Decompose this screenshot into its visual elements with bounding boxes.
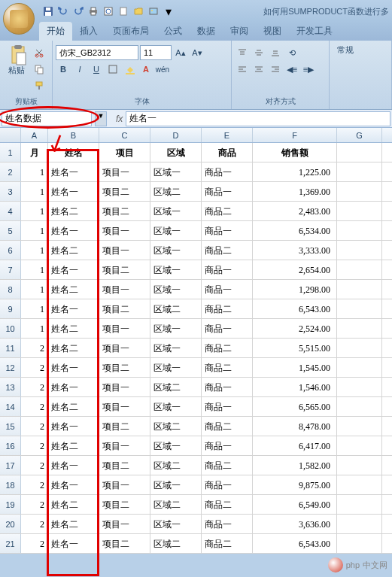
cell[interactable]: 商品一 xyxy=(202,436,253,455)
cell[interactable]: 姓名一 xyxy=(48,182,99,201)
cell[interactable]: 2 xyxy=(21,417,48,436)
cell[interactable]: 1 xyxy=(21,280,48,299)
cell[interactable]: 商品一 xyxy=(202,221,253,240)
row-header[interactable]: 11 xyxy=(0,339,21,357)
cell[interactable]: 项目一 xyxy=(99,397,150,416)
cell[interactable]: 1,225.00 xyxy=(253,162,337,181)
header-cell[interactable]: 月 xyxy=(21,143,48,162)
cell[interactable]: 6,549.00 xyxy=(253,495,337,514)
cell[interactable]: 姓名二 xyxy=(48,241,99,260)
cell[interactable]: 商品二 xyxy=(202,241,253,260)
bold-button[interactable]: B xyxy=(56,62,71,77)
cell[interactable]: 区域一 xyxy=(150,162,202,181)
font-color-icon[interactable]: A xyxy=(138,62,153,77)
cell[interactable]: 项目一 xyxy=(99,339,150,357)
tab-dev[interactable]: 开发工具 xyxy=(289,22,340,41)
preview-icon[interactable] xyxy=(102,5,114,17)
cell[interactable]: 项目二 xyxy=(99,456,150,475)
header-cell[interactable]: 项目 xyxy=(99,143,150,162)
cell[interactable]: 商品二 xyxy=(202,339,253,357)
phonetic-icon[interactable]: wén xyxy=(155,62,170,77)
number-format-label[interactable]: 常规 xyxy=(333,42,358,57)
cell[interactable]: 2,483.00 xyxy=(253,202,337,220)
paste-button[interactable]: 粘贴 xyxy=(3,42,30,77)
cell[interactable]: 1 xyxy=(21,182,48,201)
cell[interactable]: 区域一 xyxy=(150,260,202,279)
cell[interactable] xyxy=(337,241,382,260)
border-icon[interactable] xyxy=(105,62,120,77)
col-header-F[interactable]: F xyxy=(253,128,337,142)
cell[interactable]: 商品一 xyxy=(202,162,253,181)
cell[interactable]: 项目一 xyxy=(99,436,150,455)
cell[interactable]: 3,636.00 xyxy=(253,515,337,533)
header-cell[interactable]: 销售额 xyxy=(253,143,337,162)
col-header-G[interactable]: G xyxy=(337,128,382,142)
col-header-E[interactable]: E xyxy=(202,128,253,142)
cell[interactable]: 姓名二 xyxy=(48,495,99,514)
shrink-font-icon[interactable]: A▾ xyxy=(190,45,205,60)
cell[interactable]: 2,524.00 xyxy=(253,319,337,338)
row-header[interactable]: 2 xyxy=(0,162,21,181)
cell[interactable]: 姓名一 xyxy=(48,358,99,377)
cell[interactable]: 1,298.00 xyxy=(253,280,337,299)
print-icon[interactable] xyxy=(87,5,99,17)
cell[interactable] xyxy=(337,534,382,553)
cell[interactable]: 商品二 xyxy=(202,456,253,475)
row-header[interactable]: 15 xyxy=(0,417,21,436)
cell[interactable]: 项目二 xyxy=(99,358,150,377)
cell[interactable]: 区域一 xyxy=(150,319,202,338)
cell[interactable]: 姓名一 xyxy=(48,162,99,181)
italic-button[interactable]: I xyxy=(72,62,87,77)
cell[interactable]: 项目一 xyxy=(99,221,150,240)
cell[interactable] xyxy=(337,436,382,455)
row-header[interactable]: 13 xyxy=(0,378,21,396)
formula-bar[interactable] xyxy=(126,111,390,126)
cell[interactable]: 区域一 xyxy=(150,339,202,357)
increase-indent-icon[interactable]: ≡▶ xyxy=(301,62,316,77)
tab-formula[interactable]: 公式 xyxy=(156,22,190,41)
align-middle-icon[interactable] xyxy=(251,45,266,60)
row-header[interactable]: 17 xyxy=(0,456,21,475)
cell[interactable]: 3,333.00 xyxy=(253,241,337,260)
col-header-A[interactable]: A xyxy=(21,128,48,142)
cell[interactable]: 1 xyxy=(21,221,48,240)
cell[interactable]: 姓名二 xyxy=(48,436,99,455)
fill-color-icon[interactable] xyxy=(122,62,137,77)
col-header-D[interactable]: D xyxy=(150,128,202,142)
row-header[interactable]: 9 xyxy=(0,299,21,318)
row-header[interactable]: 21 xyxy=(0,534,21,553)
cell[interactable]: 商品二 xyxy=(202,299,253,318)
cell[interactable]: 区域一 xyxy=(150,280,202,299)
cell[interactable]: 2 xyxy=(21,495,48,514)
cell[interactable]: 姓名一 xyxy=(48,417,99,436)
cell[interactable]: 2 xyxy=(21,456,48,475)
new-icon[interactable] xyxy=(117,5,129,17)
cell[interactable]: 商品二 xyxy=(202,358,253,377)
cell[interactable]: 区域一 xyxy=(150,475,202,494)
cell[interactable]: 商品一 xyxy=(202,280,253,299)
font-size-input[interactable] xyxy=(140,45,172,60)
qat-more-icon[interactable]: ▾ xyxy=(163,5,175,17)
cell[interactable]: 1,369.00 xyxy=(253,182,337,201)
cell[interactable]: 项目二 xyxy=(99,260,150,279)
cell[interactable] xyxy=(337,143,382,162)
cell[interactable]: 项目二 xyxy=(99,202,150,220)
cell[interactable]: 区域一 xyxy=(150,515,202,533)
cell[interactable]: 姓名一 xyxy=(48,456,99,475)
cell[interactable]: 1 xyxy=(21,319,48,338)
cell[interactable]: 1 xyxy=(21,162,48,181)
cell[interactable]: 姓名一 xyxy=(48,260,99,279)
row-header[interactable]: 18 xyxy=(0,475,21,494)
cell[interactable]: 区域一 xyxy=(150,241,202,260)
decrease-indent-icon[interactable]: ◀≡ xyxy=(284,62,299,77)
name-box[interactable] xyxy=(2,111,92,126)
cell[interactable]: 项目一 xyxy=(99,475,150,494)
cell[interactable] xyxy=(337,378,382,396)
cell[interactable]: 项目二 xyxy=(99,417,150,436)
cell[interactable]: 商品二 xyxy=(202,417,253,436)
cell[interactable]: 1 xyxy=(21,299,48,318)
cell[interactable]: 1,545.00 xyxy=(253,358,337,377)
cell[interactable] xyxy=(337,475,382,494)
save-icon[interactable] xyxy=(42,5,54,17)
row-header[interactable]: 20 xyxy=(0,515,21,533)
